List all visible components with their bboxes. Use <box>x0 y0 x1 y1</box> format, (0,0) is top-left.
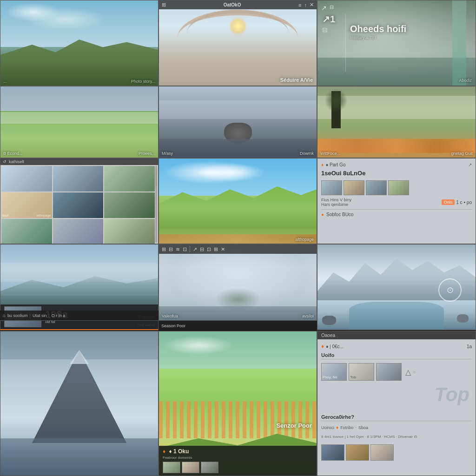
p15-thumb1-label: Fhoy, Ne <box>323 375 337 379</box>
panel-flower-meadow: Senzor Poor ♦ ♦ 1 Oku Featroor doments <box>159 331 317 476</box>
p14-thumb-3[interactable] <box>201 462 218 473</box>
p15-meta-row: Uoiroci ♦ Fotribo · Sboa <box>321 425 472 430</box>
footer-nav-item-1[interactable]: bu soolium <box>7 313 28 318</box>
p15-btm-thumb-3[interactable] <box>370 444 394 461</box>
tb-icon-6[interactable]: ⊟ <box>200 246 204 252</box>
p7-thumb-1[interactable] <box>1 166 52 192</box>
p5-caption-left: M/asy <box>162 151 173 156</box>
tb-icon-2[interactable]: ⊟ <box>169 246 173 252</box>
toolbar-icon-menu[interactable]: ≡ <box>298 2 301 8</box>
p9-dot2-icon: ● <box>321 212 324 217</box>
p12-circle-icon: ⊙ <box>438 278 462 302</box>
p7-thumb-4[interactable]: tourl althopage <box>1 192 52 218</box>
p11-toolbar: ⊞ ⊟ ≋ ⊡ ↗ ⊟ ⊡ ⊞ ✕ <box>159 245 317 254</box>
p15-btm-thumb-1[interactable] <box>321 444 344 461</box>
panel-photo-grid: ↺ kathiselt tourl althopage <box>0 158 159 244</box>
top-label: Top <box>435 383 469 406</box>
p9-divider <box>321 209 472 210</box>
tb-icon-8[interactable]: ⊞ <box>214 246 218 252</box>
p15-dot-icon: ♦ <box>321 343 324 350</box>
p15-thumb-2[interactable]: Tob <box>349 363 374 381</box>
p7-thumb-7[interactable] <box>1 219 52 244</box>
footer-nav-item-2[interactable]: Utat sin <box>33 313 47 318</box>
p1-caption-right: Photo story... <box>131 79 155 84</box>
panel-rolling-hills: althopage <box>159 158 317 244</box>
p7-thumb-8[interactable] <box>53 219 104 244</box>
p8-caption: althopage <box>295 237 314 242</box>
panel-cliff-flowers: WittFoce... gnetag Guit <box>317 86 476 158</box>
p7-thumb-9[interactable] <box>104 219 155 244</box>
toolbar-icon-up[interactable]: ↑ <box>304 2 307 8</box>
p9-section2-text: Sobfoc BUco <box>326 212 353 217</box>
p9-sub-info: Fius Hins V biny Hars qenibime <box>321 198 351 207</box>
p1-caption-left: ... <box>3 79 7 84</box>
p15-up-icon[interactable]: △ <box>405 368 411 377</box>
p15-row1-label[interactable]: ♦ | 0€c... <box>326 344 344 349</box>
panel-green-meadow: B Écond... Proees... <box>0 86 159 158</box>
p15-meta-item-2[interactable]: Fotribo <box>340 425 353 430</box>
p9-icon-2[interactable]: • po <box>464 200 472 205</box>
tb-icon-4[interactable]: ⊡ <box>183 246 187 252</box>
p15-thumb-3[interactable] <box>376 363 402 381</box>
panel-info-metadata: ♦ ♦ Part Go ↗ 1seOui 8uLnOe Fius Hins V … <box>317 158 476 244</box>
p15-btm-thumb-2[interactable] <box>346 444 369 461</box>
tb-sep <box>190 246 190 252</box>
p9-thumb-4[interactable] <box>388 180 409 195</box>
p15-thumb-row: Fhoy, Ne Tob △ ○ <box>321 363 472 381</box>
p14-thumb-1[interactable] <box>163 462 180 473</box>
panel-detail-info: Oaoea ♦ ♦ | 0€c... 1a Uoifo Fhoy, Ne Tob <box>317 331 476 476</box>
p7-thumb-2[interactable] <box>53 166 104 192</box>
p7-thumb-6[interactable] <box>104 192 155 218</box>
p15-bottom-meta: 8 4m1 loance | 1 het Opm · 8 1/3PM · HCM… <box>321 435 472 439</box>
p15-thumb-1[interactable]: Fhoy, Ne <box>321 363 347 381</box>
p7-thumb-5[interactable] <box>53 192 104 218</box>
tb-icon-3[interactable]: ≋ <box>176 246 180 252</box>
footer-nav-item-3[interactable]: O r in a <box>52 313 66 318</box>
p15-section2-title: Geroca0irhe? <box>321 414 472 421</box>
p14-bar-title: ♦ ♦ 1 Oku <box>163 448 313 455</box>
p9-thumb-3[interactable] <box>366 180 387 195</box>
p15-thumb2-label: Tob <box>350 375 356 379</box>
p7-title-text: kathiselt <box>9 159 24 164</box>
p7-thumb-3[interactable] <box>104 166 155 192</box>
p15-header-text: Oaoea <box>321 333 335 338</box>
p15-extra-icon[interactable]: ○ <box>413 370 416 375</box>
p9-section2-row: ● Sobfoc BUco <box>321 212 472 217</box>
p9-header-text: ♦ Part Go <box>326 162 345 167</box>
p14-dot-icon: ♦ <box>163 448 165 455</box>
p7-scroll-icon[interactable]: ↺ <box>3 159 7 164</box>
tb-icon-7[interactable]: ⊡ <box>207 246 211 252</box>
p9-arrow-icon[interactable]: ↗ <box>468 162 472 167</box>
p15-row1-right: 1a <box>467 344 472 349</box>
p11-caption-left: Valeofua <box>162 314 178 318</box>
scroll-thumb[interactable] <box>155 168 157 186</box>
p15-meta-item-3[interactable]: Sboa <box>358 425 368 430</box>
p14-meta-row: Featroor doments <box>163 456 313 460</box>
toolbar-icon-grid[interactable]: ⊞ <box>162 2 166 8</box>
p15-meta-item-1[interactable]: Uoiroci <box>321 425 334 430</box>
p15-dot-sep2: · <box>355 425 357 430</box>
p9-tag-1[interactable]: Onis <box>442 199 455 205</box>
p11-sub-image: Season Poor <box>159 321 317 331</box>
p14-meta-text: Featroor doments <box>163 456 192 460</box>
p14-thumb-row <box>163 462 313 473</box>
p9-icon-1[interactable]: 1 c <box>456 200 462 205</box>
p14-thumb-2[interactable] <box>182 462 199 473</box>
p9-header-row: ♦ ♦ Part Go ↗ <box>321 162 472 167</box>
tb-icon-9[interactable]: ✕ <box>221 246 225 252</box>
footer-icon-home[interactable]: ⌂ <box>3 313 6 318</box>
toolbar-icon-close[interactable]: ✕ <box>310 2 314 8</box>
p9-thumb-1[interactable] <box>321 180 342 195</box>
p15-top-area: Top <box>321 383 472 411</box>
p3-icons-area: ↗ ⊟ <box>321 4 334 12</box>
p9-thumb-2[interactable] <box>344 180 364 195</box>
p3-text-overlay: Oheeds hoifi lmtelary & TFI <box>350 24 471 40</box>
p15-section-label: Uoifo <box>321 352 472 359</box>
tb-icon-5[interactable]: ↗ <box>193 246 197 252</box>
panel-mountain-river: ⊙ <box>317 244 476 330</box>
p15-header-bar: Oaoea <box>317 331 476 339</box>
tb-icon-1[interactable]: ⊞ <box>162 246 166 252</box>
p15-dot-sep1: ♦ <box>336 425 338 430</box>
p10-footer-nav: ⌂ bu soolium | Utat sin | O r in a <box>0 311 159 321</box>
panel-misty-rock: M/asy Dowmk <box>159 86 317 158</box>
